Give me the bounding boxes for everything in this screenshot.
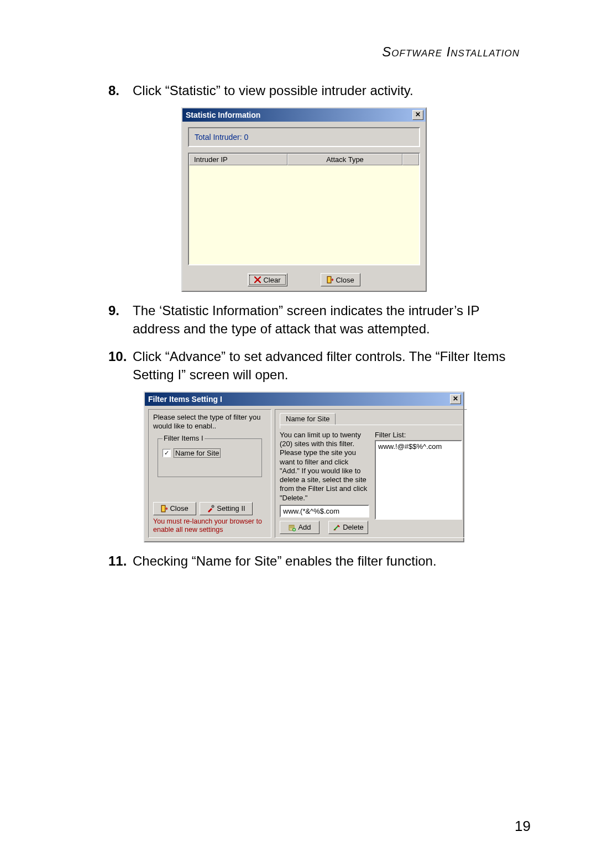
groupbox-label: Filter Items I [163,434,205,442]
step-text: Click “Advance” to set advanced filter c… [133,348,520,384]
step-10: 10. Click “Advance” to set advanced filt… [108,348,520,384]
close-icon[interactable]: ✕ [450,394,461,404]
listview-header: Intruder IP Attack Type [189,154,419,165]
warning-text: You must re-launch your browser to enabl… [153,517,266,534]
left-panel-text: Please select the type of filter you wou… [153,413,266,431]
add-icon [288,524,296,531]
titlebar: Statistic Information ✕ [182,108,426,122]
step-11: 11. Checking “Name for Site” enables the… [108,552,520,570]
filter-list[interactable]: www.!@#$$%^.com [375,440,462,520]
col-intruder-ip[interactable]: Intruder IP [189,154,287,165]
step-number: 8. [108,82,133,100]
close-button-label: Close [336,276,354,284]
filter-description: You can limit up to twenty (20) sites wi… [280,431,369,503]
tools-icon [207,505,214,513]
step-number: 9. [108,302,133,338]
intruder-listview[interactable]: Intruder IP Attack Type [188,153,420,265]
filter-items-setting-dialog: Filter Items Setting I ✕ Please select t… [144,391,464,542]
filter-list-item[interactable]: www.!@#$$%^.com [378,442,459,451]
tab-name-for-site[interactable]: Name for Site [280,413,336,425]
step-9: 9. The ‘Statistic Information” screen in… [108,302,520,338]
door-icon [161,505,167,513]
svg-rect-3 [162,506,165,511]
close-icon[interactable]: ✕ [412,110,423,120]
section-header: Software Installation [88,44,520,60]
site-input[interactable]: www.(*&^%$.com [280,505,369,517]
clear-button[interactable]: Clear [248,273,287,286]
door-icon [327,276,333,284]
name-for-site-checkbox[interactable]: ✓ Name for Site [163,449,257,457]
step-number: 10. [108,348,133,384]
checkbox-label: Name for Site [174,449,220,457]
dialog-title: Statistic Information [186,111,260,119]
clear-button-label: Clear [263,276,280,284]
step-text: Checking “Name for Site” enables the fil… [133,552,520,570]
step-8: 8. Click “Statistic” to view possible in… [108,82,520,100]
statistic-information-dialog: Statistic Information ✕ Total Intruder: … [181,107,427,292]
col-attack-type[interactable]: Attack Type [287,154,402,165]
setting-ii-button-label: Setting II [217,504,245,513]
delete-icon [333,524,341,531]
filter-list-label: Filter List: [375,431,462,439]
dialog-title: Filter Items Setting I [148,395,222,404]
svg-point-4 [212,505,214,508]
close-button-label: Close [170,504,188,513]
step-text: Click “Statistic” to view possible intru… [133,82,520,100]
step-text: The ‘Statistic Information” screen indic… [133,302,520,338]
total-intruder-panel: Total Intruder: 0 [188,127,420,147]
add-button[interactable]: Add [280,521,320,534]
titlebar: Filter Items Setting I ✕ [145,393,463,406]
close-button[interactable]: Close [153,502,196,515]
x-icon [254,276,261,283]
filter-items-groupbox: Filter Items I ✓ Name for Site [158,438,262,477]
svg-rect-1 [328,277,331,283]
add-button-label: Add [298,523,311,531]
delete-button[interactable]: Delete [328,521,368,534]
step-number: 11. [108,552,133,570]
setting-ii-button[interactable]: Setting II [200,502,253,515]
left-panel: Please select the type of filter you wou… [148,409,271,538]
col-spacer [402,154,419,165]
close-button[interactable]: Close [321,273,360,286]
delete-button-label: Delete [343,523,364,531]
checkbox-icon: ✓ [163,449,171,457]
right-panel: Name for Site You can limit up to twenty… [275,409,467,538]
page-number: 19 [515,818,531,835]
